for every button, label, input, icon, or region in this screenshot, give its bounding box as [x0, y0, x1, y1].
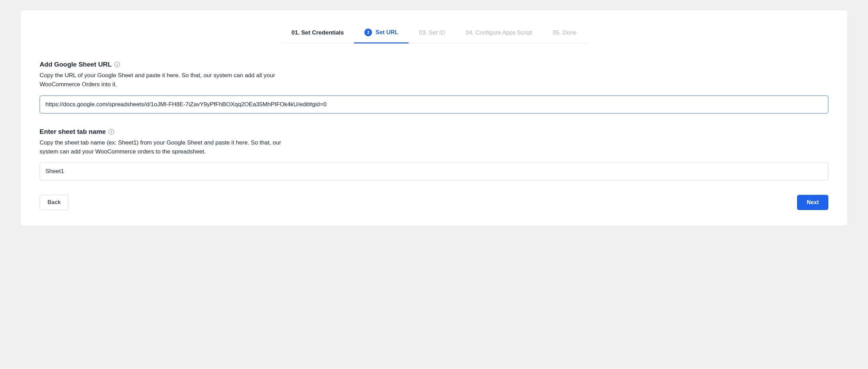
step-set-id[interactable]: 03. Set ID: [409, 26, 455, 43]
section-sheet-url: Add Google Sheet URL i Copy the URL of y…: [40, 61, 828, 113]
section-sheet-tab: Enter sheet tab name i Copy the sheet ta…: [40, 128, 828, 181]
sheet-tab-label: Enter sheet tab name: [40, 128, 106, 136]
sheet-url-input[interactable]: [40, 96, 828, 113]
step-done[interactable]: 05. Done: [542, 26, 587, 43]
info-icon[interactable]: i: [108, 129, 114, 134]
next-button[interactable]: Next: [797, 195, 828, 210]
back-button[interactable]: Back: [40, 195, 69, 210]
step-configure-apps-script[interactable]: 04. Configure Apps Script: [455, 26, 542, 43]
step-label: 01. Set Credentials: [291, 29, 344, 36]
step-set-credentials[interactable]: 01. Set Credentials: [281, 26, 354, 43]
field-label-row: Enter sheet tab name i: [40, 128, 828, 136]
sheet-tab-input[interactable]: [40, 162, 828, 180]
setup-card: 01. Set Credentials 2 Set URL 03. Set ID…: [21, 10, 847, 226]
step-number-badge: 2: [364, 29, 372, 36]
action-row: Back Next: [40, 195, 828, 210]
field-label-row: Add Google Sheet URL i: [40, 61, 828, 68]
step-label: 04. Configure Apps Script: [466, 29, 532, 36]
step-label: 03. Set ID: [419, 29, 445, 36]
sheet-url-description: Copy the URL of your Google Sheet and pa…: [40, 71, 288, 89]
sheet-tab-description: Copy the sheet tab name (ex: Sheet1) fro…: [40, 138, 288, 157]
step-label: 05. Done: [553, 29, 577, 36]
step-label: Set URL: [375, 29, 398, 36]
step-set-url[interactable]: 2 Set URL: [354, 26, 409, 43]
sheet-url-label: Add Google Sheet URL: [40, 61, 112, 68]
stepper: 01. Set Credentials 2 Set URL 03. Set ID…: [281, 26, 587, 43]
info-icon[interactable]: i: [114, 62, 120, 67]
